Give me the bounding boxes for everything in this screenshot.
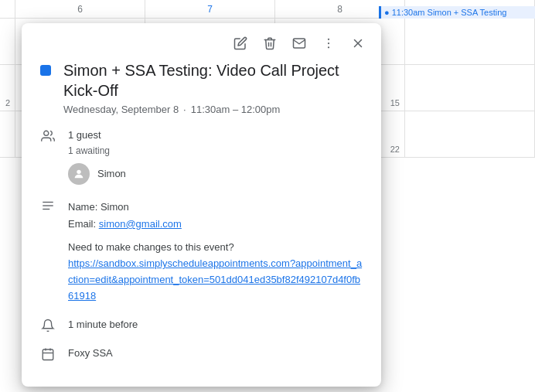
description-icon <box>40 198 56 213</box>
event-date: Wednesday, September 8 <box>63 104 179 115</box>
event-datetime: Wednesday, September 8 · 11:30am – 12:00… <box>63 104 363 115</box>
svg-point-6 <box>77 170 80 174</box>
description-row: Name: Simon Email: simon@gmail.com Need … <box>22 191 381 311</box>
event-title-block: Simon + SSA Testing: Video Call Project … <box>63 60 363 115</box>
guest-awaiting: 1 awaiting <box>68 144 363 159</box>
cell-extra-3 <box>405 111 535 157</box>
svg-point-1 <box>328 43 329 44</box>
email-label: Email: <box>68 218 96 230</box>
calendar-name: Foxy SSA <box>68 346 363 362</box>
svg-point-0 <box>328 39 329 40</box>
time-gutter <box>0 0 15 18</box>
svg-rect-10 <box>43 349 53 360</box>
event-time: 11:30am – 12:00pm <box>191 104 281 115</box>
guest-count: 1 guest <box>68 128 363 144</box>
col-6: 6 <box>15 0 145 18</box>
svg-point-2 <box>328 46 329 48</box>
name-line: Name: Simon <box>68 199 363 216</box>
description-content: Name: Simon Email: simon@gmail.com Need … <box>68 199 363 305</box>
reminder-icon <box>40 318 56 333</box>
appointment-link[interactable]: https://sandbox.simplyscheduleappointmen… <box>68 257 362 302</box>
guests-row: 1 guest 1 awaiting Simon <box>22 121 381 191</box>
cell-extra-1 <box>405 19 535 64</box>
change-text: Need to make changes to this event? <box>68 239 363 256</box>
popup-toolbar <box>22 23 381 57</box>
guest-name: Simon <box>97 166 126 182</box>
cell-extra-2 <box>405 65 535 111</box>
email-button[interactable] <box>285 29 313 57</box>
more-button[interactable] <box>315 29 342 57</box>
separator: · <box>183 104 186 115</box>
email-line: Email: simon@gmail.com <box>68 216 363 233</box>
svg-point-5 <box>44 131 49 135</box>
calendar-row: Foxy SSA <box>22 339 381 368</box>
guests-icon <box>40 128 56 144</box>
name-value-text: Simon <box>101 201 129 213</box>
guest-avatar <box>68 163 90 185</box>
close-button[interactable] <box>344 29 372 57</box>
calendar-icon <box>40 346 56 362</box>
event-popup: Simon + SSA Testing: Video Call Project … <box>22 23 381 387</box>
reminder-text: 1 minute before <box>68 317 363 333</box>
event-title: Simon + SSA Testing: Video Call Project … <box>63 60 363 101</box>
event-header: Simon + SSA Testing: Video Call Project … <box>22 57 381 121</box>
date-22: 22 <box>390 145 400 154</box>
guests-content: 1 guest 1 awaiting Simon <box>68 128 363 185</box>
event-color-dot <box>40 65 51 76</box>
col-7: 7 <box>145 0 275 18</box>
date-2: 2 <box>5 98 10 107</box>
time-cell-3 <box>0 111 15 157</box>
email-link[interactable]: simon@gmail.com <box>99 218 182 230</box>
date-15: 15 <box>390 98 400 107</box>
edit-button[interactable] <box>227 29 254 57</box>
time-cell-2: 2 <box>0 65 15 111</box>
event-chip[interactable]: ● 11:30am Simon + SSA Testing <box>379 6 535 19</box>
reminder-row: 1 minute before <box>22 311 381 339</box>
name-label: Name: <box>68 201 97 213</box>
guest-item: Simon <box>68 163 363 185</box>
delete-button[interactable] <box>256 29 284 57</box>
time-cell <box>0 19 15 64</box>
